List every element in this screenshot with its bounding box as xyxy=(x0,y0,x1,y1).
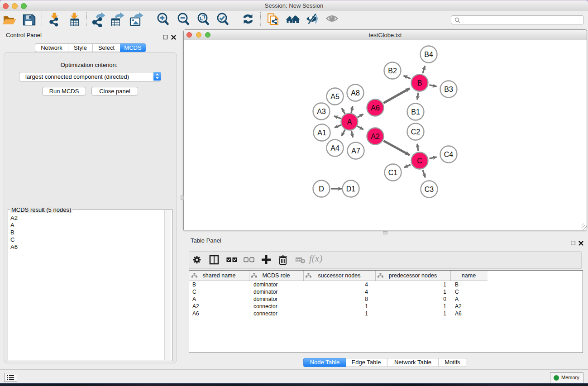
svg-text:C: C xyxy=(417,157,422,165)
svg-text:C2: C2 xyxy=(411,128,421,136)
svg-text:A8: A8 xyxy=(351,89,360,97)
svg-text:A1: A1 xyxy=(317,129,326,137)
svg-text:A6: A6 xyxy=(371,104,380,112)
svg-text:A5: A5 xyxy=(330,93,339,100)
svg-text:B2: B2 xyxy=(388,67,397,75)
svg-text:D: D xyxy=(319,185,324,193)
svg-text:B: B xyxy=(417,79,422,87)
svg-text:A4: A4 xyxy=(330,144,339,152)
svg-text:C1: C1 xyxy=(388,169,398,176)
svg-text:C4: C4 xyxy=(444,151,454,158)
svg-text:A3: A3 xyxy=(317,108,326,115)
svg-text:B3: B3 xyxy=(444,86,453,93)
svg-text:A2: A2 xyxy=(371,133,380,140)
svg-text:B1: B1 xyxy=(411,108,420,116)
svg-text:B4: B4 xyxy=(424,51,433,58)
svg-text:D1: D1 xyxy=(346,185,356,193)
svg-text:A7: A7 xyxy=(351,147,360,155)
svg-text:C3: C3 xyxy=(425,186,434,193)
svg-text:A: A xyxy=(347,118,352,126)
